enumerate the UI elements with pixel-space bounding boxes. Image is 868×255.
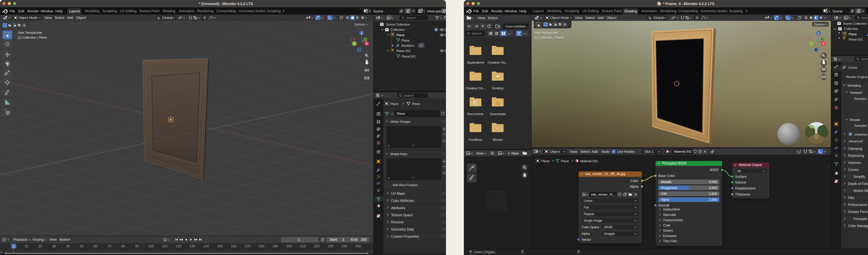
- svg-text:X: X: [366, 42, 368, 45]
- svg-text:Z: Z: [818, 32, 819, 35]
- svg-text:Y: Y: [365, 38, 366, 41]
- svg-text:Z: Z: [361, 32, 362, 35]
- svg-text:Y: Y: [822, 38, 823, 41]
- svg-text:X: X: [823, 42, 825, 45]
